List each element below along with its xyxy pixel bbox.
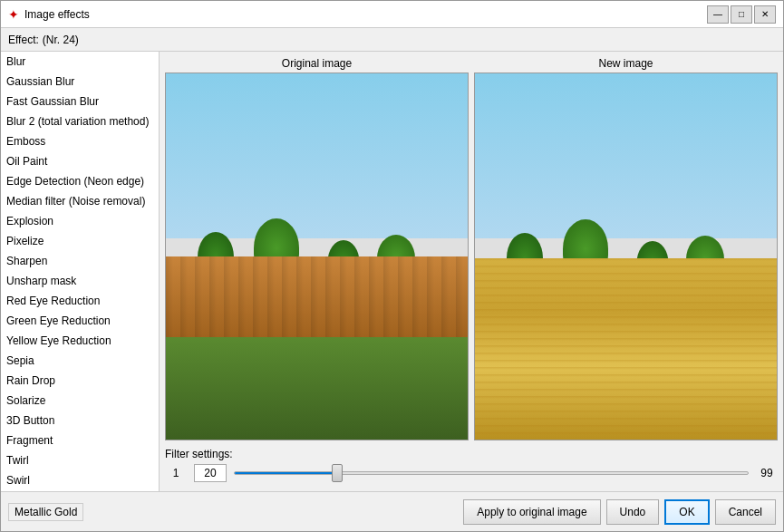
maximize-button[interactable]: □ xyxy=(731,5,752,24)
new-image-section: New image xyxy=(474,57,778,440)
slider-container[interactable] xyxy=(234,464,749,482)
sky-original xyxy=(166,73,468,238)
app-icon: ✦ xyxy=(8,7,19,22)
grass-original xyxy=(166,337,468,440)
effects-sidebar[interactable]: Blur Gaussian Blur Fast Gaussian Blur Bl… xyxy=(1,52,160,491)
close-button[interactable]: ✕ xyxy=(754,5,776,24)
effect-bar: Effect: (Nr. 24) xyxy=(1,28,783,52)
filter-settings-section: Filter settings: 1 20 99 xyxy=(165,444,778,486)
new-scene xyxy=(475,73,777,440)
golden-ground-new xyxy=(475,258,777,440)
sidebar-item-solarize[interactable]: Solarize xyxy=(1,391,159,411)
effect-label: Effect: xyxy=(8,34,39,46)
slider-value-box[interactable]: 20 xyxy=(194,464,227,482)
sidebar-item-pixelize[interactable]: Pixelize xyxy=(1,231,159,251)
sidebar-item-gaussian-blur[interactable]: Gaussian Blur xyxy=(1,72,159,92)
sidebar-item-edge-detection[interactable]: Edge Detection (Neon edge) xyxy=(1,171,159,191)
metallic-gold-label: Metallic Gold xyxy=(8,503,83,521)
image-row: Original image xyxy=(165,57,778,440)
slider-fill xyxy=(235,472,337,474)
effect-value: (Nr. 24) xyxy=(43,34,79,46)
sidebar-item-explosion[interactable]: Explosion xyxy=(1,211,159,231)
bottom-left-area: Metallic Gold xyxy=(8,503,83,521)
slider-thumb[interactable] xyxy=(332,464,343,482)
sidebar-item-swirl[interactable]: Swirl xyxy=(1,470,159,490)
minimize-button[interactable]: — xyxy=(707,5,729,24)
sidebar-item-blur[interactable]: Blur xyxy=(1,52,159,72)
sidebar-item-rain-drop[interactable]: Rain Drop xyxy=(1,371,159,391)
slider-row: 1 20 99 xyxy=(165,464,778,482)
undo-button[interactable]: Undo xyxy=(606,499,660,525)
slider-max-label: 99 xyxy=(756,467,778,479)
sidebar-item-fast-gaussian-blur[interactable]: Fast Gaussian Blur xyxy=(1,92,159,111)
original-image-section: Original image xyxy=(165,57,469,440)
sidebar-item-3d-button[interactable]: 3D Button xyxy=(1,411,159,430)
cancel-button[interactable]: Cancel xyxy=(715,499,776,525)
sidebar-item-oil-paint[interactable]: Oil Paint xyxy=(1,151,159,171)
original-scene xyxy=(166,73,468,440)
title-bar-left: ✦ Image effects xyxy=(8,7,90,22)
window-title: Image effects xyxy=(24,8,90,21)
slider-track xyxy=(234,471,749,475)
sidebar-item-median-filter[interactable]: Median filter (Noise removal) xyxy=(1,191,159,211)
main-window: ✦ Image effects — □ ✕ Effect: (Nr. 24) B… xyxy=(0,0,784,532)
apply-button[interactable]: Apply to original image xyxy=(463,499,600,525)
bottom-bar: Metallic Gold Apply to original image Un… xyxy=(1,491,783,531)
title-bar-controls: — □ ✕ xyxy=(707,5,776,24)
sidebar-item-blur-2[interactable]: Blur 2 (total variation method) xyxy=(1,111,159,131)
sidebar-item-sepia[interactable]: Sepia xyxy=(1,351,159,371)
shifted-content xyxy=(475,110,777,440)
new-image-label: New image xyxy=(598,57,653,70)
fence-original xyxy=(166,256,468,337)
original-image-frame xyxy=(165,73,469,440)
slider-min-label: 1 xyxy=(165,467,187,479)
sidebar-item-green-eye[interactable]: Green Eye Reduction xyxy=(1,311,159,331)
filter-settings-label: Filter settings: xyxy=(165,448,778,460)
bottom-buttons: Apply to original image Undo OK Cancel xyxy=(463,499,776,525)
sidebar-item-red-eye[interactable]: Red Eye Reduction xyxy=(1,291,159,311)
right-panel: Original image xyxy=(160,52,783,491)
title-bar: ✦ Image effects — □ ✕ xyxy=(1,1,783,28)
main-content: Blur Gaussian Blur Fast Gaussian Blur Bl… xyxy=(1,52,783,491)
ok-button[interactable]: OK xyxy=(664,499,709,525)
original-image-label: Original image xyxy=(282,57,352,70)
sidebar-item-sharpen[interactable]: Sharpen xyxy=(1,251,159,271)
sidebar-item-unsharp-mask[interactable]: Unsharp mask xyxy=(1,271,159,291)
sidebar-item-twirl[interactable]: Twirl xyxy=(1,450,159,470)
sidebar-item-emboss[interactable]: Emboss xyxy=(1,131,159,151)
sidebar-item-fragment[interactable]: Fragment xyxy=(1,430,159,450)
new-image-frame xyxy=(474,73,778,440)
sidebar-item-yellow-eye[interactable]: Yellow Eye Reduction xyxy=(1,331,159,351)
